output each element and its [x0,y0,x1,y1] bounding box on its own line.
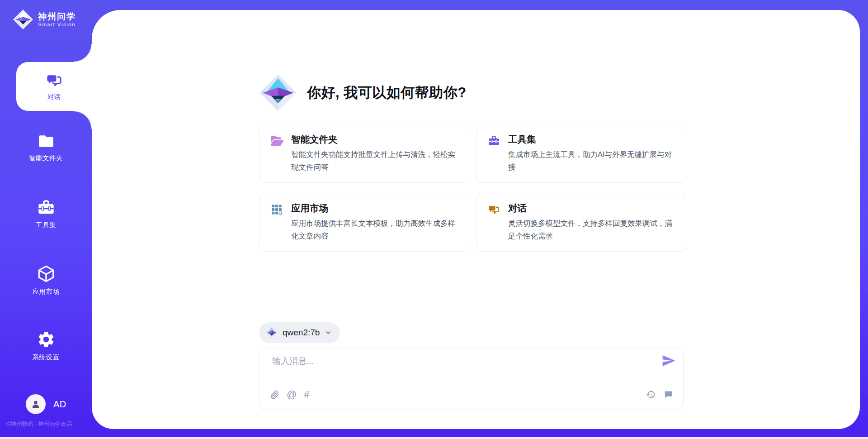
card-chat[interactable]: 对话 灵活切换多模型文件，支持多样回复效果调试，满足个性化需求 [476,194,686,252]
greeting-text: 你好, 我可以如何帮助你? [307,83,467,102]
system-taskbar-sliver [0,437,868,439]
at-sign-icon[interactable]: @ [287,390,297,400]
sidebar-item-smart-folder[interactable]: 智能文件夹 [0,133,92,162]
card-title: 对话 [508,202,527,215]
feature-cards: 智能文件夹 智能文件夹功能支持批量文件上传与清洗，轻松实现文件问答 工具集 集成… [259,125,686,252]
message-input[interactable] [271,354,651,381]
sidebar-item-label: 应用市场 [33,287,60,296]
sidebar-item-label: 工具集 [36,221,56,229]
sidebar-item-app-market[interactable]: 应用市场 [0,264,92,296]
brand-text: 神州问学 Smart Vision [38,12,76,27]
sidebar-item-toolset[interactable]: 工具集 [0,199,92,229]
send-icon[interactable] [661,353,676,368]
briefcase-icon [488,135,500,147]
chat-icon [45,72,63,89]
brand-diamond-icon [13,9,33,30]
user-initials: AD [53,399,66,410]
model-name: qwen2:7b [283,328,320,338]
composer-tools-right [646,390,673,399]
brand-diamond-icon [266,327,278,339]
model-selector[interactable]: qwen2:7b [259,322,340,343]
grid-icon [271,204,283,215]
brand-subtitle: Smart Vision [38,22,76,27]
hash-icon[interactable]: # [304,390,309,400]
card-title: 工具集 [508,133,536,146]
greeting-logo-icon [259,74,297,112]
composer-tools-left: @ # [270,390,310,400]
card-app-market[interactable]: 应用市场 应用市场提供丰富长文本模板，助力高效生成多样化文章内容 [259,194,469,252]
tab-curve-bottom [74,111,92,129]
brand-logo: 神州问学 Smart Vision [13,9,76,30]
card-smart-folder[interactable]: 智能文件夹 智能文件夹功能支持批量文件上传与清洗，轻松实现文件问答 [259,125,469,183]
app-window: 神州问学 Smart Vision 你好, 我可以如何帮助你? [0,0,868,439]
folder-icon [37,133,55,150]
sidebar-item-chat[interactable]: 对话 [16,62,92,111]
main-content-area: 你好, 我可以如何帮助你? 智能文件夹 智能文件夹功能支持批量文件上传与清洗，轻… [92,10,860,429]
quick-phrase-icon[interactable] [664,390,673,399]
composer-divider [267,384,675,384]
sidebar-item-settings[interactable]: 系统设置 [0,330,92,362]
chat-icon [488,204,500,216]
tab-curve-top [74,44,92,62]
copyright-text: ©神州数码 · 神州问学出品 [6,420,92,428]
avatar [26,394,46,414]
sidebar-item-label: 对话 [47,93,61,101]
sidebar-item-label: 智能文件夹 [29,154,63,162]
open-folder-icon [271,135,283,147]
briefcase-icon [37,199,55,217]
paperclip-icon[interactable] [270,390,279,400]
brand-name: 神州问学 [38,12,76,22]
history-icon[interactable] [646,390,656,399]
chevron-down-icon [325,329,332,336]
card-description: 集成市场上主流工具，助力AI与外界无缝扩展与对接 [508,148,677,173]
card-title: 应用市场 [291,202,328,215]
user-account[interactable]: AD [26,394,66,414]
card-title: 智能文件夹 [291,133,338,146]
cube-icon [37,264,56,283]
card-description: 智能文件夹功能支持批量文件上传与清洗，轻松实现文件问答 [291,148,460,173]
sidebar-item-label: 系统设置 [33,353,60,362]
card-description: 应用市场提供丰富长文本模板，助力高效生成多样化文章内容 [291,217,460,242]
gear-icon [37,330,56,349]
card-description: 灵活切换多模型文件，支持多样回复效果调试，满足个性化需求 [508,217,677,242]
card-toolset[interactable]: 工具集 集成市场上主流工具，助力AI与外界无缝扩展与对接 [476,125,686,183]
message-composer: @ # [259,348,684,410]
greeting: 你好, 我可以如何帮助你? [259,74,467,112]
